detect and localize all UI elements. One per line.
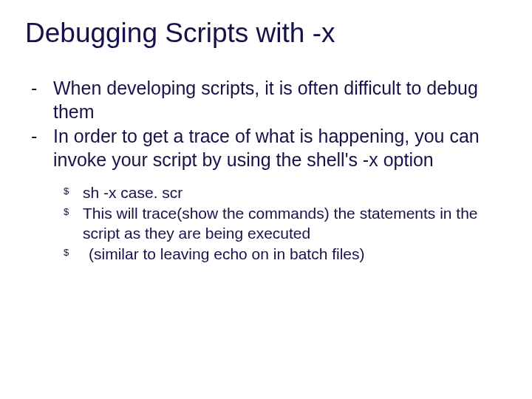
sub-bullet-item: sh -x case. scr (83, 183, 502, 202)
slide-title: Debugging Scripts with -x (25, 18, 507, 49)
sub-bullet-item: This will trace(show the commands) the s… (83, 204, 502, 243)
bullet-item: In order to get a trace of what is happe… (53, 125, 502, 264)
main-bullet-list: When developing scripts, it is often dif… (25, 77, 507, 264)
bullet-item: When developing scripts, it is often dif… (53, 77, 502, 123)
slide: Debugging Scripts with -x When developin… (0, 0, 532, 399)
sub-bullet-list: sh -x case. scr This will trace(show the… (53, 183, 502, 264)
sub-bullet-text: (similar to leaving echo on in batch fil… (83, 245, 365, 264)
sub-bullet-item: (similar to leaving echo on in batch fil… (83, 245, 502, 264)
bullet-text: In order to get a trace of what is happe… (53, 126, 480, 170)
